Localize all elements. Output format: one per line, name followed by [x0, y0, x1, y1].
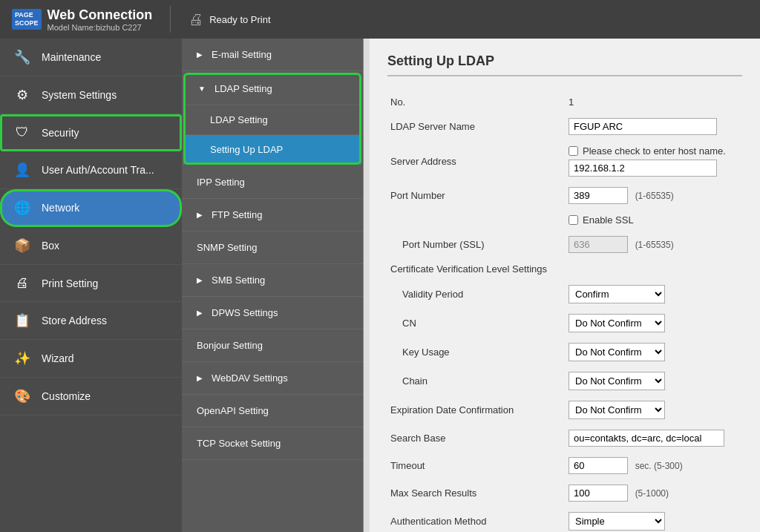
- ldap-server-name-label: LDAP Server Name: [387, 113, 566, 140]
- submenu-label-ipp-setting: IPP Setting: [197, 177, 245, 188]
- timeout-unit: sec. (5-300): [635, 461, 683, 471]
- sidebar-item-box[interactable]: 📦 Box: [0, 227, 182, 265]
- sidebar-item-network[interactable]: 🌐 Network: [0, 189, 182, 227]
- submenu-ldap-setting[interactable]: LDAP Setting: [183, 105, 361, 135]
- enable-ssl-checkbox-row: Enable SSL: [569, 214, 739, 226]
- model-name: Model Name:bizhub C227: [48, 23, 153, 32]
- search-base-input[interactable]: [569, 430, 724, 447]
- port-number-ssl-row: Port Number (SSL) (1-65535): [387, 231, 742, 258]
- submenu-label-smb-setting: SMB Setting: [212, 275, 265, 286]
- print-setting-icon: 🖨: [12, 275, 33, 291]
- submenu-label-openapi-setting: OpenAPI Setting: [197, 405, 269, 416]
- sidebar-item-customize[interactable]: 🎨 Customize: [0, 378, 182, 416]
- submenu-webdav-settings[interactable]: WebDAV Settings: [182, 362, 363, 395]
- sidebar-label-print-setting: Print Setting: [42, 278, 98, 289]
- expiration-select[interactable]: Do Not Confirm Confirm: [569, 401, 665, 419]
- submenu-tcp-socket-setting[interactable]: TCP Socket Setting: [182, 427, 363, 460]
- content-inner: Setting Up LDAP No. 1 LDAP Server Name: [370, 39, 760, 532]
- host-name-checkbox[interactable]: [569, 146, 578, 156]
- auth-method-cell: Simple Digest None: [566, 507, 742, 532]
- port-number-row: Port Number (1-65535): [387, 182, 742, 209]
- enable-ssl-label: Enable SSL: [583, 214, 634, 226]
- network-icon: 🌐: [12, 200, 33, 216]
- sidebar-label-system-settings: System Settings: [42, 89, 117, 101]
- server-address-input[interactable]: [569, 160, 717, 177]
- sidebar-label-customize: Customize: [42, 390, 91, 402]
- key-usage-row: Key Usage Do Not Confirm Confirm: [387, 338, 742, 367]
- enable-ssl-row: Enable SSL: [387, 209, 742, 231]
- submenu-label-webdav-settings: WebDAV Settings: [212, 372, 288, 384]
- key-usage-cell: Do Not Confirm Confirm: [566, 338, 742, 367]
- validity-period-select[interactable]: Confirm Do Not Confirm: [569, 285, 665, 303]
- header-separator: [170, 6, 171, 33]
- sidebar-label-user-auth: User Auth/Account Tra...: [42, 164, 154, 176]
- sidebar-item-user-auth[interactable]: 👤 User Auth/Account Tra...: [0, 151, 182, 189]
- status-text: Ready to Print: [209, 14, 270, 25]
- key-usage-select[interactable]: Do Not Confirm Confirm: [569, 343, 665, 361]
- host-name-checkbox-label: Please check to enter host name.: [583, 145, 726, 157]
- chain-label: Chain: [387, 367, 566, 395]
- submenu-dpws-settings[interactable]: DPWS Settings: [182, 297, 363, 329]
- auth-method-label: Authentication Method: [387, 507, 566, 532]
- auth-method-select[interactable]: Simple Digest None: [569, 512, 665, 531]
- enable-ssl-checkbox[interactable]: [569, 215, 578, 225]
- validity-period-row: Validity Period Confirm Do Not Confirm: [387, 280, 742, 309]
- submenu-label-email-setting: E-mail Setting: [212, 49, 272, 60]
- key-usage-label: Key Usage: [387, 338, 566, 367]
- submenu-ipp-setting[interactable]: IPP Setting: [182, 166, 363, 199]
- no-value: 1: [566, 91, 742, 113]
- sidebar-item-wizard[interactable]: ✨ Wizard: [0, 340, 182, 378]
- submenu-setting-up-ldap[interactable]: Setting Up LDAP: [183, 135, 361, 165]
- no-label: No.: [387, 91, 566, 113]
- logo-area: PAGE SCOPE Web Connection Model Name:biz…: [12, 7, 152, 32]
- chain-row: Chain Do Not Confirm Confirm: [387, 367, 742, 395]
- sidebar-item-print-setting[interactable]: 🖨 Print Setting: [0, 265, 182, 302]
- cn-select[interactable]: Do Not Confirm Confirm: [569, 314, 665, 332]
- sidebar-item-system-settings[interactable]: ⚙ System Settings: [0, 76, 182, 114]
- submenu-label-ldap-setting-group: LDAP Setting: [214, 83, 272, 94]
- sidebar-item-security[interactable]: 🛡 Security: [0, 114, 182, 151]
- submenu-label-snmp-setting: SNMP Setting: [197, 242, 257, 253]
- submenu-label-ftp-setting: FTP Setting: [212, 209, 262, 220]
- search-base-row: Search Base: [387, 424, 742, 452]
- sidebar-item-store-address[interactable]: 📋 Store Address: [0, 302, 182, 340]
- submenu-ldap-setting-group[interactable]: LDAP Setting: [183, 73, 361, 105]
- submenu-email-setting[interactable]: E-mail Setting: [182, 39, 363, 71]
- submenu-ftp-setting[interactable]: FTP Setting: [182, 199, 363, 231]
- submenu-snmp-setting[interactable]: SNMP Setting: [182, 231, 363, 264]
- port-number-ssl-range: (1-65535): [635, 240, 674, 250]
- port-number-input[interactable]: [569, 187, 628, 204]
- cert-verification-header-row: Certificate Verification Level Settings: [387, 258, 742, 280]
- no-row: No. 1: [387, 91, 742, 113]
- auth-method-row: Authentication Method Simple Digest None: [387, 507, 742, 532]
- port-number-range: (1-65535): [635, 191, 674, 201]
- sidebar-label-network: Network: [42, 202, 79, 214]
- maintenance-icon: 🔧: [12, 49, 33, 65]
- submenu-label-ldap-setting: LDAP Setting: [210, 114, 268, 125]
- expiration-label: Expiration Date Confirmation: [387, 395, 566, 424]
- port-number-ssl-input[interactable]: [569, 236, 628, 253]
- max-search-input[interactable]: [569, 485, 628, 502]
- sidebar-item-maintenance[interactable]: 🔧 Maintenance: [0, 39, 182, 76]
- chain-select[interactable]: Do Not Confirm Confirm: [569, 372, 665, 390]
- server-address-cell: Please check to enter host name.: [566, 140, 742, 182]
- cn-cell: Do Not Confirm Confirm: [566, 309, 742, 338]
- box-icon: 📦: [12, 237, 33, 254]
- ldap-server-name-row: LDAP Server Name: [387, 113, 742, 140]
- host-name-checkbox-row: Please check to enter host name.: [569, 145, 739, 157]
- ldap-server-name-cell: [566, 113, 742, 140]
- port-number-ssl-cell: (1-65535): [566, 231, 742, 258]
- sidebar-label-maintenance: Maintenance: [42, 51, 101, 63]
- expiration-row: Expiration Date Confirmation Do Not Conf…: [387, 395, 742, 424]
- search-base-label: Search Base: [387, 424, 566, 452]
- max-search-label: Max Search Results: [387, 479, 566, 507]
- ldap-server-name-input[interactable]: [569, 118, 717, 135]
- submenu-bonjour-setting[interactable]: Bonjour Setting: [182, 329, 363, 362]
- ldap-form-table: No. 1 LDAP Server Name Server Address: [387, 91, 742, 532]
- max-search-row: Max Search Results (5-1000): [387, 479, 742, 507]
- customize-icon: 🎨: [12, 388, 33, 404]
- submenu-smb-setting[interactable]: SMB Setting: [182, 264, 363, 297]
- submenu-openapi-setting[interactable]: OpenAPI Setting: [182, 395, 363, 427]
- enable-ssl-cell: Enable SSL: [566, 209, 742, 231]
- timeout-input[interactable]: [569, 457, 628, 474]
